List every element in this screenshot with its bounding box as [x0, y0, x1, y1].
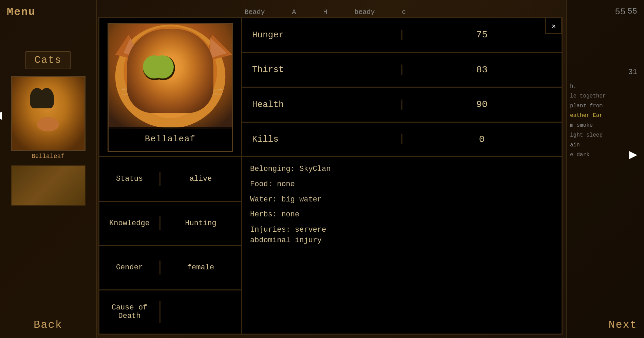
- svg-point-12: [147, 68, 157, 84]
- cat-name-text: Bellaleaf: [145, 134, 195, 144]
- back-button[interactable]: Back: [34, 319, 62, 331]
- stat-label-thirst: Thirst: [242, 65, 402, 75]
- stat-label-kills: Kills: [242, 134, 402, 144]
- stats-table: Hunger 75 Thirst 83 Health 90 Kills 0: [242, 18, 562, 156]
- stat-value-health: 90: [402, 99, 562, 110]
- svg-point-15: [184, 72, 188, 76]
- svg-point-2: [133, 38, 207, 118]
- sidebar-cat-image: [11, 76, 86, 151]
- top-count: 55: [615, 7, 625, 17]
- detail-value-gender: female: [160, 261, 241, 274]
- cat-photo: [109, 24, 232, 129]
- detail-table: Status alive Knowledge Hunting Gender fe…: [99, 157, 242, 334]
- detail-row-cod: Cause of Death: [99, 290, 241, 334]
- cat-detail-modal: ✕: [98, 17, 563, 335]
- detail-label-status: Status: [99, 172, 160, 186]
- top-bar-center: Beady A H beady c: [245, 8, 406, 16]
- detail-row-knowledge: Knowledge Hunting: [99, 202, 241, 246]
- info-injuries: Injuries: servere abdominal injury: [250, 225, 553, 246]
- info-belonging: Belonging: SkyClan: [250, 164, 553, 175]
- detail-row-gender: Gender female: [99, 246, 241, 290]
- close-button[interactable]: ✕: [545, 17, 562, 34]
- nav-item-3: H: [323, 8, 327, 16]
- rp-line6: ight sleep: [570, 130, 641, 140]
- next-arrow[interactable]: ▶: [629, 146, 637, 163]
- detail-value-status: alive: [160, 172, 241, 186]
- stat-value-kills: 0: [402, 134, 562, 145]
- svg-line-7: [152, 45, 158, 61]
- sidebar-cat-card2[interactable]: [11, 165, 86, 206]
- cat-photo-svg: [109, 24, 232, 129]
- nav-item-2: A: [292, 8, 296, 16]
- nav-item-4: beady: [355, 8, 375, 16]
- nav-item-1: Beady: [245, 8, 265, 16]
- rp-line4: eather Ear: [570, 111, 641, 121]
- svg-point-10: [142, 67, 162, 86]
- rp-line2: le together: [570, 91, 641, 101]
- svg-point-16: [166, 87, 175, 94]
- detail-label-cod: Cause of Death: [99, 301, 160, 323]
- detail-value-cod: [160, 309, 241, 315]
- svg-point-14: [148, 72, 151, 76]
- svg-point-1: [124, 26, 217, 117]
- info-herbs: Herbs: none: [250, 210, 553, 220]
- stat-label-health: Health: [242, 100, 402, 110]
- sidebar-cat-name: Bellaleaf: [11, 153, 86, 160]
- close-icon: ✕: [552, 22, 556, 30]
- stat-value-thirst: 83: [402, 65, 562, 75]
- top-bar-right: 55 ○: [615, 7, 637, 17]
- right-number2: 31: [628, 68, 637, 76]
- rp-line5: m smoke: [570, 121, 641, 130]
- detail-value-knowledge: Hunting: [160, 216, 241, 230]
- nav-item-5: c: [402, 8, 406, 16]
- detail-row-status: Status alive: [99, 157, 241, 202]
- sidebar: Cats ◀ Bellaleaf Back: [0, 0, 97, 338]
- svg-line-9: [182, 45, 189, 61]
- cat-portrait-box: Bellaleaf: [108, 23, 233, 152]
- prev-cat-arrow[interactable]: ◀: [0, 107, 2, 123]
- notification-icon: ○: [632, 7, 637, 17]
- svg-point-0: [115, 24, 225, 128]
- next-button[interactable]: Next: [608, 319, 637, 331]
- stat-row-hunger: Hunger 75: [242, 18, 562, 53]
- svg-line-17: [122, 90, 158, 91]
- menu-label[interactable]: Menu: [7, 6, 36, 18]
- svg-line-18: [122, 93, 158, 94]
- modal-top-section: Bellaleaf Hunger 75 Thirst 83 Health 90 …: [99, 18, 562, 157]
- cat-portrait-area: Bellaleaf: [99, 18, 242, 156]
- info-water: Water: big water: [250, 195, 553, 205]
- rp-line3: plant from: [570, 101, 641, 111]
- stat-value-hunger: 75: [402, 30, 562, 40]
- stat-row-thirst: Thirst 83: [242, 53, 562, 88]
- sidebar-cat-card[interactable]: ◀ Bellaleaf: [11, 76, 86, 160]
- sidebar-cats-label[interactable]: Cats: [25, 51, 70, 69]
- right-panel: 55 31 h. le together plant from eather E…: [566, 0, 644, 338]
- modal-bottom-section: Status alive Knowledge Hunting Gender fe…: [99, 157, 562, 334]
- stat-label-hunger: Hunger: [242, 30, 402, 40]
- stat-row-kills: Kills 0: [242, 123, 562, 157]
- info-panel: Belonging: SkyClan Food: none Water: big…: [242, 157, 562, 334]
- stat-row-health: Health 90: [242, 88, 562, 123]
- cat-name-plate: Bellaleaf: [109, 127, 232, 151]
- cat-face: [12, 77, 84, 150]
- svg-point-11: [178, 67, 198, 86]
- detail-label-knowledge: Knowledge: [99, 216, 160, 230]
- info-food: Food: none: [250, 179, 553, 190]
- rp-line1: h.: [570, 82, 641, 91]
- svg-point-13: [183, 68, 194, 84]
- detail-label-gender: Gender: [99, 261, 160, 274]
